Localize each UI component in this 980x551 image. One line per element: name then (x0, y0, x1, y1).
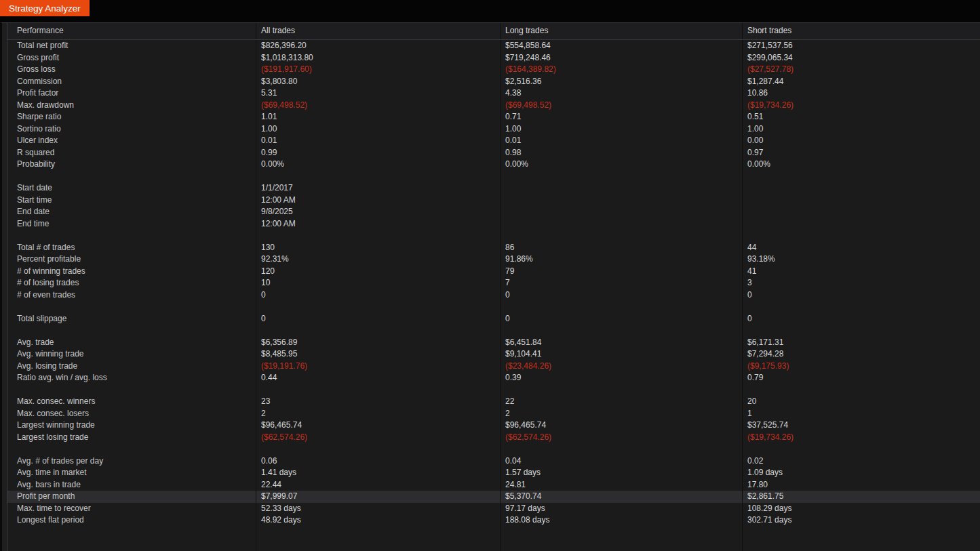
table-row[interactable]: Avg. losing trade($19,191.76)($23,484.26… (7, 361, 980, 373)
header-short-trades[interactable]: Short trades (742, 23, 980, 39)
cell-long-trades-value: 188.08 days (505, 515, 549, 525)
table-row[interactable]: Profit per month$7,999.07$5,370.74$2,861… (7, 491, 980, 503)
table-row[interactable]: Total slippage000 (7, 313, 980, 325)
cell-all-trades-value: 0.00% (261, 159, 284, 169)
cell-all-trades-value: 1/1/2017 (261, 183, 293, 192)
table-row[interactable]: Total # of trades1308644 (7, 242, 980, 254)
row-label: Ulcer index (17, 136, 58, 145)
table-row[interactable]: Avg. winning trade$8,485.95$9,104.41$7,2… (7, 348, 980, 361)
table-row[interactable]: Max. consec. losers221 (7, 408, 980, 420)
cell-long-trades-value: 97.17 days (505, 504, 545, 513)
cell-long-trades-value: $9,104.41 (505, 349, 541, 359)
table-row[interactable]: End time12:00 AM (7, 218, 980, 230)
row-label: Max. consec. losers (17, 409, 89, 418)
table-row[interactable]: Largest winning trade$96,465.74$96,465.7… (7, 420, 980, 432)
cell-short-trades-value: 0.51 (747, 112, 763, 121)
cell-long-trades-value: 0.00% (505, 159, 528, 169)
cell-long-trades-value: $96,465.74 (505, 420, 546, 430)
cell-all-trades-value: 0 (261, 290, 266, 300)
row-label: Profit factor (17, 88, 58, 98)
table-row[interactable]: # of even trades000 (7, 289, 980, 302)
cell-all-trades-value: 10 (261, 278, 270, 287)
header-all-trades[interactable]: All trades (256, 23, 500, 39)
table-row[interactable]: # of losing trades1073 (7, 277, 980, 289)
cell-long-trades-value: 24.81 (505, 480, 526, 489)
table-row[interactable]: Sharpe ratio1.010.710.51 (7, 111, 980, 123)
cell-short-trades-value: 1.00 (747, 124, 763, 134)
table-row[interactable]: Gross profit$1,018,313.80$719,248.46$299… (7, 52, 980, 64)
cell-all-trades-value: $6,356.89 (261, 338, 297, 347)
cell-short-trades-value: $37,525.74 (747, 420, 788, 430)
cell-long-trades-value: $6,451.84 (505, 338, 541, 347)
window-tab-bar: Strategy Analyzer (0, 0, 980, 16)
cell-long-trades-value: 0.98 (505, 148, 521, 157)
header-performance[interactable]: Performance (7, 23, 256, 39)
table-row[interactable]: Avg. # of trades per day0.060.040.02 (7, 455, 980, 468)
table-row[interactable]: Avg. time in market1.41 days1.57 days1.0… (7, 467, 980, 479)
row-label: Gross loss (17, 64, 56, 74)
table-row[interactable]: Avg. bars in trade22.4424.8117.80 (7, 479, 980, 491)
table-row[interactable]: Ratio avg. win / avg. loss0.440.390.79 (7, 372, 980, 384)
cell-short-trades-value: 302.71 days (747, 515, 791, 525)
table-row[interactable]: Start date1/1/2017 (7, 182, 980, 195)
tab-strategy-analyzer[interactable]: Strategy Analyzer (0, 0, 90, 16)
table-row[interactable]: Percent profitable92.31%91.86%93.18% (7, 253, 980, 266)
row-label: Probability (17, 159, 55, 169)
row-label: Sortino ratio (17, 124, 61, 134)
cell-long-trades-value: ($164,389.82) (505, 64, 556, 74)
table-spacer-row (7, 230, 980, 242)
table-row[interactable]: Start time12:00 AM (7, 195, 980, 207)
row-label: Avg. trade (17, 338, 54, 347)
cell-long-trades-value: 1.57 days (505, 468, 541, 477)
cell-short-trades-value: 20 (747, 396, 756, 406)
cell-short-trades-value: $1,287.44 (747, 77, 783, 86)
row-label: Longest flat period (17, 515, 84, 525)
table-row[interactable]: Sortino ratio1.001.001.00 (7, 123, 980, 136)
cell-long-trades-value: 0.39 (505, 373, 521, 382)
cell-long-trades-value: ($23,484.26) (505, 361, 551, 371)
table-row[interactable]: Longest flat period48.92 days188.08 days… (7, 514, 980, 527)
cell-short-trades-value: $7,294.28 (747, 349, 783, 359)
table-row[interactable]: Total net profit$826,396.20$554,858.64$2… (7, 40, 980, 52)
cell-short-trades-value: 108.29 days (747, 504, 791, 513)
cell-long-trades-value: $719,248.46 (505, 53, 551, 62)
row-label: Start date (17, 183, 52, 192)
cell-short-trades-value: 0 (747, 290, 752, 300)
header-long-trades[interactable]: Long trades (500, 23, 742, 39)
table-row[interactable]: # of winning trades1207941 (7, 266, 980, 278)
cell-long-trades-value: ($69,498.52) (505, 100, 551, 110)
cell-short-trades-value: 0.02 (747, 456, 763, 466)
row-label: Total # of trades (17, 243, 75, 252)
table-row[interactable]: Commission$3,803.80$2,516.36$1,287.44 (7, 76, 980, 88)
table-row[interactable]: Avg. trade$6,356.89$6,451.84$6,171.31 (7, 337, 980, 349)
cell-all-trades-value: 0.44 (261, 373, 277, 382)
cell-all-trades-value: 1.41 days (261, 468, 296, 477)
cell-all-trades-value: $1,018,313.80 (261, 53, 313, 62)
row-label: End time (17, 219, 49, 228)
table-row[interactable]: R squared0.990.980.97 (7, 147, 980, 159)
cell-short-trades-value: 93.18% (747, 254, 775, 264)
row-label: Sharpe ratio (17, 112, 61, 121)
table-row[interactable]: Ulcer index0.010.010.00 (7, 135, 980, 147)
row-label: Avg. # of trades per day (17, 456, 103, 466)
table-row[interactable]: Probability0.00%0.00%0.00% (7, 159, 980, 171)
cell-all-trades-value: 92.31% (261, 253, 291, 266)
cell-short-trades-value: ($27,527.78) (747, 64, 793, 74)
cell-short-trades-value: 0.79 (747, 373, 763, 382)
cell-all-trades-value: 0.99 (261, 148, 277, 157)
cell-all-trades-value: $8,485.95 (261, 349, 297, 359)
table-row[interactable]: Max. consec. winners232220 (7, 396, 980, 408)
table-row[interactable]: Max. drawdown($69,498.52)($69,498.52)($1… (7, 100, 980, 112)
table-row[interactable]: Max. time to recover52.33 days97.17 days… (7, 503, 980, 515)
cell-all-trades-value: 130 (261, 243, 275, 252)
table-filler (7, 527, 980, 551)
cell-short-trades-value: 0.97 (747, 148, 763, 157)
cell-short-trades-value: 0.00% (747, 159, 770, 169)
table-row[interactable]: Largest losing trade($62,574.26)($62,574… (7, 432, 980, 444)
table-row[interactable]: End date9/8/2025 (7, 206, 980, 218)
table-row[interactable]: Gross loss($191,917.60)($164,389.82)($27… (7, 64, 980, 76)
cell-all-trades-value: 120 (261, 266, 275, 276)
row-label: Max. consec. winners (17, 396, 95, 406)
table-row[interactable]: Profit factor5.314.3810.86 (7, 87, 980, 100)
row-label: Percent profitable (17, 254, 81, 264)
